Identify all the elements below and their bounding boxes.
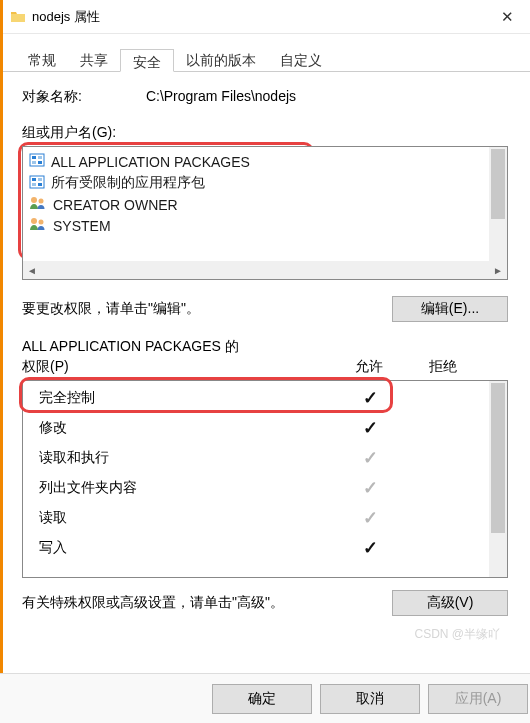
groups-listbox[interactable]: ALL APPLICATION PACKAGES所有受限制的应用程序包CREAT…: [22, 146, 508, 280]
tab-customize[interactable]: 自定义: [268, 48, 334, 71]
group-name: ALL APPLICATION PACKAGES: [51, 154, 250, 170]
edit-button[interactable]: 编辑(E)...: [392, 296, 508, 322]
cancel-button[interactable]: 取消: [320, 684, 420, 714]
deny-header: 拒绝: [406, 358, 480, 376]
allow-check-icon: ✓: [333, 539, 407, 557]
advanced-button[interactable]: 高级(V): [392, 590, 508, 616]
apply-button[interactable]: 应用(A): [428, 684, 528, 714]
svg-point-11: [39, 199, 44, 204]
permission-row: 读取和执行✓: [23, 443, 507, 473]
permission-name: 读取: [39, 509, 333, 527]
svg-rect-3: [32, 161, 36, 164]
permission-row: 完全控制✓: [23, 383, 507, 413]
svg-rect-6: [32, 178, 36, 181]
close-button[interactable]: ✕: [484, 0, 530, 33]
group-name: SYSTEM: [53, 218, 111, 234]
scroll-right-icon[interactable]: ►: [489, 261, 507, 279]
permission-row: 写入✓: [23, 533, 507, 563]
scrollbar-thumb[interactable]: [491, 149, 505, 219]
allow-check-icon: ✓: [333, 509, 407, 527]
permissions-header-row: 权限(P) 允许 拒绝: [22, 358, 508, 376]
svg-rect-8: [32, 183, 36, 186]
allow-check-icon: ✓: [333, 419, 407, 437]
group-item[interactable]: ALL APPLICATION PACKAGES: [25, 151, 505, 172]
svg-point-10: [31, 197, 37, 203]
package-icon: [29, 153, 45, 170]
svg-rect-4: [38, 161, 42, 164]
svg-point-13: [39, 220, 44, 225]
allow-check-icon: ✓: [333, 479, 407, 497]
svg-rect-9: [38, 183, 42, 186]
object-value: C:\Program Files\nodejs: [146, 88, 296, 104]
group-name: CREATOR OWNER: [53, 197, 178, 213]
watermark: CSDN @半缘吖: [414, 626, 500, 643]
permission-name: 完全控制: [39, 389, 333, 407]
svg-rect-7: [38, 178, 42, 181]
titlebar: nodejs 属性 ✕: [0, 0, 530, 34]
window-title: nodejs 属性: [32, 8, 100, 26]
permissions-title: ALL APPLICATION PACKAGES 的: [22, 338, 508, 356]
scrollbar-horizontal[interactable]: ◄ ►: [23, 261, 507, 279]
object-label: 对象名称:: [22, 88, 142, 106]
footer: 确定 取消 应用(A): [0, 673, 530, 723]
allow-check-icon: ✓: [333, 449, 407, 467]
permissions-listbox: 完全控制✓修改✓读取和执行✓列出文件夹内容✓读取✓写入✓: [22, 380, 508, 578]
svg-rect-1: [32, 156, 36, 159]
tab-security[interactable]: 安全: [120, 49, 174, 72]
permission-row: 修改✓: [23, 413, 507, 443]
permission-name: 读取和执行: [39, 449, 333, 467]
svg-rect-5: [30, 176, 44, 188]
svg-rect-0: [30, 154, 44, 166]
group-item[interactable]: 所有受限制的应用程序包: [25, 172, 505, 194]
permission-name: 列出文件夹内容: [39, 479, 333, 497]
users-icon: [29, 217, 47, 234]
permission-name: 写入: [39, 539, 333, 557]
group-item[interactable]: SYSTEM: [25, 215, 505, 236]
groups-label: 组或用户名(G):: [22, 124, 508, 142]
advanced-hint: 有关特殊权限或高级设置，请单击"高级"。: [22, 594, 392, 612]
svg-rect-2: [38, 156, 42, 159]
tabstrip: 常规 共享 安全 以前的版本 自定义: [0, 34, 530, 72]
tab-sharing[interactable]: 共享: [68, 48, 120, 71]
ok-button[interactable]: 确定: [212, 684, 312, 714]
scrollbar-vertical[interactable]: [489, 147, 507, 261]
svg-point-12: [31, 218, 37, 224]
object-row: 对象名称: C:\Program Files\nodejs: [22, 88, 508, 106]
scroll-left-icon[interactable]: ◄: [23, 261, 41, 279]
edit-hint: 要更改权限，请单击"编辑"。: [22, 300, 392, 318]
allow-check-icon: ✓: [333, 389, 407, 407]
allow-header: 允许: [332, 358, 406, 376]
permission-row: 读取✓: [23, 503, 507, 533]
perm-scrollbar-thumb[interactable]: [491, 383, 505, 533]
group-name: 所有受限制的应用程序包: [51, 174, 205, 192]
perm-scrollbar[interactable]: [489, 381, 507, 577]
permissions-label: 权限(P): [22, 358, 332, 376]
permission-row: 列出文件夹内容✓: [23, 473, 507, 503]
tab-previous-versions[interactable]: 以前的版本: [174, 48, 268, 71]
folder-icon: [10, 9, 26, 25]
users-icon: [29, 196, 47, 213]
package-icon: [29, 175, 45, 192]
permission-name: 修改: [39, 419, 333, 437]
group-item[interactable]: CREATOR OWNER: [25, 194, 505, 215]
tab-general[interactable]: 常规: [16, 48, 68, 71]
